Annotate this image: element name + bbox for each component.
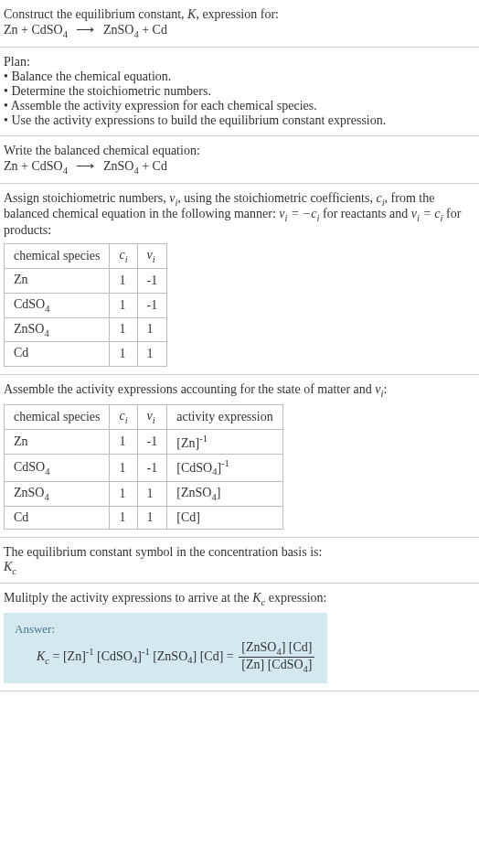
kc-c: c xyxy=(12,565,16,575)
k-symbol: K xyxy=(187,7,196,21)
cd-t: [Cd] xyxy=(200,649,224,663)
eqp: = xyxy=(420,207,434,220)
cell-species: Cd xyxy=(5,342,110,367)
table-row: CdSO4 1 -1 [CdSO4]-1 xyxy=(5,455,283,481)
table-row: ZnSO4 1 1 [ZnSO4] xyxy=(5,481,283,506)
cell-ci: 1 xyxy=(110,293,137,317)
plus-1: + xyxy=(18,23,32,37)
vi-eq-neg-ci: νi = −ci xyxy=(279,207,319,220)
znso4-t-c: ] xyxy=(193,649,197,663)
col-species: chemical species xyxy=(5,244,110,269)
sp: Zn xyxy=(14,434,28,448)
denominator: [Zn] [CdSO4] xyxy=(239,658,314,674)
cdso4-sub: 4 xyxy=(63,29,68,39)
cell-ci: 1 xyxy=(110,455,137,481)
kc-k3: K xyxy=(37,649,45,663)
table-row: chemical species ci νi xyxy=(5,244,167,269)
mt-a: Mulitply the activity expressions to arr… xyxy=(4,591,252,605)
activity-section: Assemble the activity expressions accoun… xyxy=(0,375,479,538)
eqneg: = − xyxy=(287,207,311,220)
stoich-section: Assign stoichiometric numbers, νi, using… xyxy=(0,184,479,376)
sps: 4 xyxy=(45,466,49,477)
zn-inv-s: -1 xyxy=(86,647,94,657)
plus-2: + xyxy=(139,23,153,37)
stoich-table: chemical species ci νi Zn 1 -1 CdSO4 1 -… xyxy=(4,243,167,367)
plan-item: Determine the stoichiometric numbers. xyxy=(4,84,475,99)
cell-ci: 1 xyxy=(110,317,137,342)
plus-3: + xyxy=(18,159,32,173)
plan-list: Balance the chemical equation. Determine… xyxy=(4,70,475,128)
intro-section: Construct the equilibrium constant, K, e… xyxy=(0,0,479,48)
den-close: ] xyxy=(308,658,313,671)
ab: [ZnSO xyxy=(176,486,211,499)
cell-ci: 1 xyxy=(110,268,137,293)
reactant-cdso4: CdSO4 xyxy=(31,23,67,37)
plan-title: Plan: xyxy=(4,55,475,70)
sps: 4 xyxy=(44,492,48,502)
cell-vi: 1 xyxy=(137,342,167,367)
sp: CdSO xyxy=(14,297,45,311)
cell-vi: 1 xyxy=(137,481,167,506)
mt-b: expression: xyxy=(265,591,326,605)
cell-species: CdSO4 xyxy=(5,293,110,317)
answer-section: Mulitply the activity expressions to arr… xyxy=(0,584,479,691)
num-cd: [Cd] xyxy=(285,640,312,654)
cell-activity: [ZnSO4] xyxy=(167,481,282,506)
ab: [Cd] xyxy=(176,510,200,524)
answer-box: Answer: Kc = [Zn]-1 [CdSO4]-1 [ZnSO4] [C… xyxy=(4,613,327,683)
kc-k2: K xyxy=(252,591,261,605)
vi-eq-ci: νi = ci xyxy=(411,207,443,220)
sp: Cd xyxy=(14,510,28,524)
sps: 4 xyxy=(44,327,48,338)
cell-activity: [Cd] xyxy=(167,506,282,529)
balanced-intro: Write the balanced chemical equation: xyxy=(4,144,475,158)
znso4-base2: ZnSO xyxy=(103,159,133,173)
product-znso4: ZnSO4 xyxy=(103,23,139,37)
sp: ZnSO xyxy=(14,322,44,336)
cell-species: Cd xyxy=(5,506,110,529)
act-a: Assemble the activity expressions accoun… xyxy=(4,382,375,396)
kc-sym2: Kc xyxy=(252,591,265,605)
kc-symbol: Kc xyxy=(4,560,475,576)
kc-sym3: Kc xyxy=(37,649,49,663)
cell-ci: 1 xyxy=(110,342,137,367)
eq1: = xyxy=(49,649,63,663)
symbol-text: The equilibrium constant symbol in the c… xyxy=(4,545,475,560)
col-ci: ci xyxy=(110,404,137,429)
cell-species: ZnSO4 xyxy=(5,481,110,506)
table-row: Zn 1 -1 [Zn]-1 xyxy=(5,429,283,455)
ac: ] xyxy=(217,486,221,499)
cell-vi: 1 xyxy=(137,317,167,342)
reaction-equation: Zn + CdSO4 ⟶ ZnSO4 + Cd xyxy=(4,22,475,39)
table-row: chemical species ci νi activity expressi… xyxy=(5,404,283,429)
cell-activity: [CdSO4]-1 xyxy=(167,455,282,481)
col-activity: activity expression xyxy=(167,404,282,429)
zn-inv: [Zn] xyxy=(63,649,86,663)
cdso4-inv: [CdSO xyxy=(97,649,133,663)
cdso4-inv-s: -1 xyxy=(142,647,150,657)
activity-intro: Assemble the activity expressions accoun… xyxy=(4,382,475,399)
den-zn: [Zn] xyxy=(241,658,264,671)
col-vi: νi xyxy=(137,404,167,429)
act-b: : xyxy=(383,382,387,396)
reactant-cdso4: CdSO4 xyxy=(31,159,67,173)
product-znso4: ZnSO4 xyxy=(103,159,139,173)
stoich-b: , using the stoichiometric coefficients, xyxy=(177,191,376,205)
cell-vi: -1 xyxy=(137,429,167,455)
ab: [Zn] xyxy=(176,435,199,449)
sps: 4 xyxy=(45,304,49,314)
plus-4: + xyxy=(139,159,153,173)
vi-h2i: i xyxy=(153,415,155,425)
balanced-section: Write the balanced chemical equation: Zn… xyxy=(0,136,479,184)
col-species: chemical species xyxy=(5,404,110,429)
cell-species: ZnSO4 xyxy=(5,317,110,342)
cell-vi: -1 xyxy=(137,268,167,293)
ci-hi: i xyxy=(125,254,128,264)
ci-sym: ci xyxy=(376,191,384,205)
eq2: = xyxy=(223,649,237,663)
cell-vi: 1 xyxy=(137,506,167,529)
plan-item: Assemble the activity expression for eac… xyxy=(4,99,475,113)
znso4-t: [ZnSO xyxy=(153,649,187,663)
sp: Cd xyxy=(14,346,28,359)
as: -1 xyxy=(221,458,229,468)
